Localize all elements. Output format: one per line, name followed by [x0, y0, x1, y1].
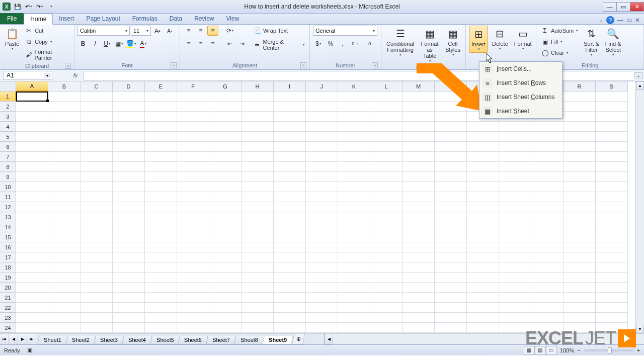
- cell[interactable]: [177, 212, 209, 222]
- cell[interactable]: [113, 182, 145, 192]
- cell[interactable]: [306, 232, 338, 242]
- cell[interactable]: [499, 313, 531, 323]
- cell[interactable]: [242, 212, 274, 222]
- number-format-combo[interactable]: General▾: [313, 26, 377, 36]
- cell[interactable]: [274, 262, 306, 273]
- cell[interactable]: [113, 202, 145, 212]
- cell-styles-button[interactable]: ▦Cell Styles▾: [443, 26, 462, 58]
- cell[interactable]: [531, 152, 564, 162]
- cell[interactable]: [209, 252, 242, 262]
- cell[interactable]: [338, 262, 370, 273]
- cell[interactable]: [80, 222, 113, 232]
- cell[interactable]: [467, 212, 499, 222]
- zoom-in-button[interactable]: +: [637, 347, 640, 353]
- cell[interactable]: [177, 262, 209, 273]
- cell[interactable]: [177, 313, 209, 323]
- cell[interactable]: [403, 142, 435, 152]
- cell[interactable]: [177, 222, 209, 232]
- cell[interactable]: [370, 192, 403, 202]
- cell[interactable]: [177, 252, 209, 262]
- cell[interactable]: [274, 122, 306, 132]
- cell[interactable]: [467, 273, 499, 283]
- cell[interactable]: [209, 262, 242, 273]
- cell[interactable]: [403, 162, 435, 172]
- cell[interactable]: [113, 112, 145, 122]
- cell[interactable]: [596, 313, 628, 323]
- cell[interactable]: [48, 232, 80, 242]
- cell[interactable]: [113, 252, 145, 262]
- cell[interactable]: [209, 212, 242, 222]
- cell[interactable]: [596, 262, 628, 273]
- cell[interactable]: [338, 92, 370, 102]
- cell[interactable]: [242, 182, 274, 192]
- row-header[interactable]: 2: [0, 102, 16, 112]
- cell[interactable]: [177, 92, 209, 102]
- cell[interactable]: [80, 182, 113, 192]
- row-header[interactable]: 1: [0, 92, 16, 102]
- cell[interactable]: [306, 273, 338, 283]
- cell[interactable]: [467, 323, 499, 333]
- font-size-combo[interactable]: 11▾: [131, 26, 151, 36]
- cell[interactable]: [80, 152, 113, 162]
- cell[interactable]: [242, 323, 274, 333]
- cell[interactable]: [403, 92, 435, 102]
- cell[interactable]: [48, 102, 80, 112]
- column-header[interactable]: R: [564, 81, 596, 92]
- cell[interactable]: [467, 162, 499, 172]
- cell[interactable]: [531, 182, 564, 192]
- sheet-tab[interactable]: Sheet3: [94, 336, 124, 344]
- wrap-text-button[interactable]: 📃Wrap Text: [252, 26, 306, 36]
- cell[interactable]: [306, 222, 338, 232]
- cell[interactable]: [306, 152, 338, 162]
- cell[interactable]: [274, 283, 306, 293]
- cell[interactable]: [499, 212, 531, 222]
- row-header[interactable]: 23: [0, 313, 16, 323]
- cell[interactable]: [564, 92, 596, 102]
- cell[interactable]: [467, 122, 499, 132]
- cell[interactable]: [113, 293, 145, 303]
- cell[interactable]: [403, 172, 435, 182]
- cell[interactable]: [467, 142, 499, 152]
- row-header[interactable]: 11: [0, 192, 16, 202]
- row-header[interactable]: 22: [0, 303, 16, 313]
- cell[interactable]: [338, 112, 370, 122]
- cell[interactable]: [274, 102, 306, 112]
- cell[interactable]: [145, 92, 177, 102]
- column-header[interactable]: I: [274, 81, 306, 92]
- cell[interactable]: [564, 102, 596, 112]
- vertical-scrollbar[interactable]: ▲ ▼: [635, 81, 644, 333]
- cell[interactable]: [435, 92, 467, 102]
- cell[interactable]: [435, 252, 467, 262]
- cell[interactable]: [48, 122, 80, 132]
- save-icon[interactable]: 💾: [13, 2, 22, 11]
- cell[interactable]: [435, 242, 467, 252]
- cell[interactable]: [499, 222, 531, 232]
- cell[interactable]: [467, 262, 499, 273]
- row-header[interactable]: 16: [0, 242, 16, 252]
- cell[interactable]: [403, 132, 435, 142]
- cell[interactable]: [242, 313, 274, 323]
- cell[interactable]: [274, 202, 306, 212]
- cell[interactable]: [145, 323, 177, 333]
- cell[interactable]: [209, 273, 242, 283]
- cell[interactable]: [403, 212, 435, 222]
- cell[interactable]: [145, 152, 177, 162]
- cell[interactable]: [274, 222, 306, 232]
- cell[interactable]: [48, 132, 80, 142]
- fill-color-button[interactable]: 🪣▾: [126, 39, 137, 49]
- cell[interactable]: [499, 202, 531, 212]
- cell[interactable]: [145, 202, 177, 212]
- cell[interactable]: [338, 293, 370, 303]
- cell[interactable]: [48, 152, 80, 162]
- cell[interactable]: [338, 313, 370, 323]
- cell[interactable]: [338, 152, 370, 162]
- cell[interactable]: [16, 202, 48, 212]
- align-top-button[interactable]: ≡: [183, 26, 194, 36]
- cell[interactable]: [242, 222, 274, 232]
- cell[interactable]: [242, 303, 274, 313]
- cell[interactable]: [370, 232, 403, 242]
- row-header[interactable]: 14: [0, 222, 16, 232]
- cell[interactable]: [177, 202, 209, 212]
- cell[interactable]: [80, 92, 113, 102]
- cell[interactable]: [564, 132, 596, 142]
